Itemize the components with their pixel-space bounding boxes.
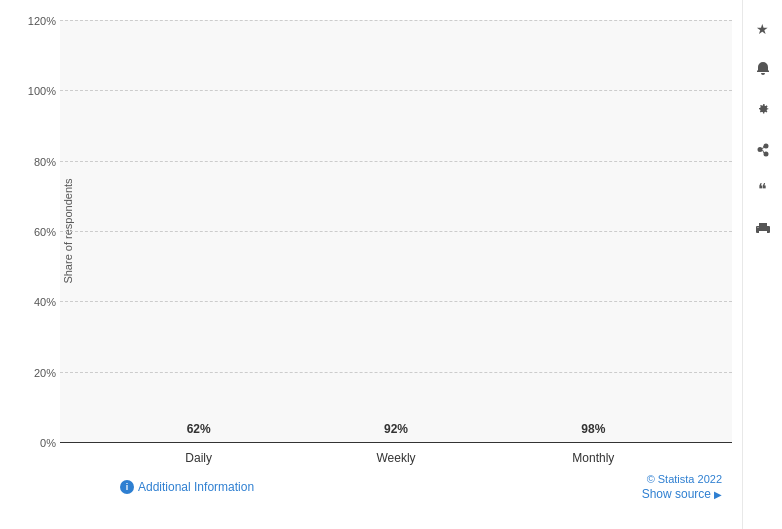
- bar-label-monthly: 98%: [528, 422, 658, 436]
- info-icon: i: [120, 480, 134, 494]
- grid-and-bars: Share of respondents 120% 100% 80%: [60, 20, 732, 442]
- bar-label-daily: 62%: [134, 422, 264, 436]
- x-label-monthly: Monthly: [528, 451, 658, 465]
- additional-info-link[interactable]: i Additional Information: [120, 480, 254, 494]
- additional-info-label: Additional Information: [138, 480, 254, 494]
- chart-area: Share of respondents 120% 100% 80%: [0, 0, 742, 529]
- copyright-text: © Statista 2022: [647, 473, 722, 485]
- bell-icon[interactable]: [749, 55, 777, 83]
- bottom-area: i Additional Information © Statista 2022…: [60, 465, 732, 509]
- quote-icon[interactable]: ❝: [749, 175, 777, 203]
- arrow-right-icon: ▶: [714, 489, 722, 500]
- print-icon[interactable]: [749, 215, 777, 243]
- right-bottom: © Statista 2022 Show source ▶: [642, 473, 722, 501]
- gear-icon[interactable]: [749, 95, 777, 123]
- svg-line-0: [762, 146, 764, 149]
- grid-line-0: 0%: [60, 442, 732, 443]
- x-label-daily: Daily: [134, 451, 264, 465]
- show-source-link[interactable]: Show source ▶: [642, 487, 722, 501]
- x-label-weekly: Weekly: [331, 451, 461, 465]
- bar-label-weekly: 92%: [331, 422, 461, 436]
- svg-line-1: [762, 150, 764, 153]
- share-icon[interactable]: [749, 135, 777, 163]
- show-source-label: Show source: [642, 487, 711, 501]
- x-axis: Daily Weekly Monthly: [60, 442, 732, 465]
- chart-wrapper: Share of respondents 120% 100% 80%: [60, 20, 732, 465]
- main-container: Share of respondents 120% 100% 80%: [0, 0, 782, 529]
- sidebar: ★ ❝: [742, 0, 782, 529]
- star-icon[interactable]: ★: [749, 15, 777, 43]
- bars-container: 62% 92% 98%: [60, 20, 732, 442]
